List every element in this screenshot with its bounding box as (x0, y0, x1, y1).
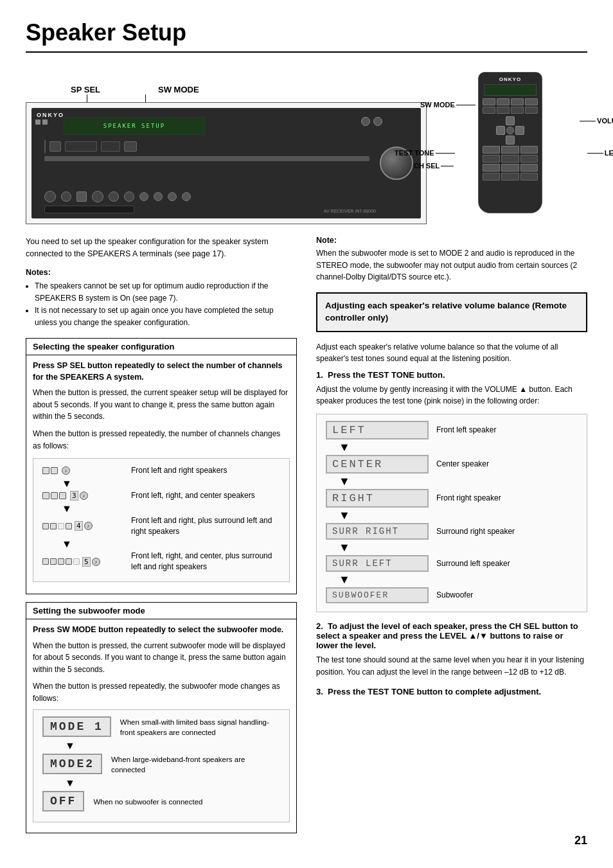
subwoofer-diagram: MODE 1 When small-with limited bass sign… (33, 709, 290, 822)
mode-row-2: MODE2 When large-wideband-front speakers… (42, 754, 280, 775)
mode-off-desc: When no subwoofer is connected (93, 797, 280, 807)
right-desc: Front right speaker (436, 493, 501, 502)
subwoofer-desc: Subwoofer (436, 590, 473, 599)
config-row-1: ♪ Front left and right speakers (42, 465, 280, 476)
surr-right-display: SURR RIGHT (326, 523, 429, 540)
speaker-sequence: LEFT Front left speaker ▼ CENTER Center … (316, 414, 587, 612)
mode-row-3: OFF When no subwoofer is connected (42, 791, 280, 813)
left-display: LEFT (326, 421, 429, 439)
note-title: Note: (316, 236, 587, 245)
notes-list: The speakers cannot be set up for optimu… (35, 280, 297, 330)
step-3-header: 3. Press the TEST TONE button to complet… (316, 687, 587, 696)
subwoofer-text2: When the button is pressed repeatedly, t… (33, 680, 290, 704)
surr-right-desc: Surround right speaker (436, 527, 515, 536)
config-diagram: ♪ Front left and right speakers ▼ (33, 458, 290, 582)
step-1: 1. Press the TEST TONE button. Adjust th… (316, 370, 587, 612)
right-display: RIGHT (326, 489, 429, 508)
mode1-display: MODE 1 (42, 716, 111, 737)
test-tone-label: TEST TONE (395, 149, 434, 157)
left-desc: Front left speaker (436, 425, 496, 434)
step-1-body: Adjust the volume by gently increasing i… (316, 384, 587, 407)
config-desc-2: Front left, right, and center speakers (131, 490, 280, 501)
level-label: LEVEL ▲/▼ (605, 149, 613, 157)
diagram-area: SP SEL SW MODE ONKYO (26, 66, 587, 224)
subwoofer-header: Setting the subwoofer mode (26, 603, 296, 619)
config-desc-1: Front left and right speakers (131, 465, 280, 476)
left-column: You need to set up the speaker configura… (26, 236, 297, 841)
seq-subwoofer: SUBWOOFER Subwoofer (326, 587, 578, 603)
note-item-2: It is not necessary to set up again once… (35, 305, 297, 329)
step-2-number: 2. (316, 621, 323, 631)
title-divider (26, 51, 587, 53)
step-3-number: 3. (316, 687, 323, 696)
mode2-display: MODE2 (42, 754, 102, 774)
step-1-header: 1. Press the TEST TONE button. (316, 370, 587, 380)
step-2-title: To adjust the level of each speaker, pre… (316, 621, 578, 650)
config-desc-3: Front left and right, plus surround left… (131, 515, 280, 537)
surr-left-display: SURR LEFT (326, 555, 429, 572)
seq-surr-left: SURR LEFT Surround left speaker (326, 555, 578, 572)
mode-off-display: OFF (42, 791, 84, 811)
mode2-desc: When large-wideband-front speakers are c… (111, 754, 280, 775)
selecting-section: Selecting the speaker configuration Pres… (26, 338, 297, 594)
config-row-2: 3 ♪ Front left, right, and center speake… (42, 490, 280, 501)
step-3: 3. Press the TEST TONE button to complet… (316, 687, 587, 696)
subwoofer-text1: When the button is pressed, the current … (33, 640, 290, 676)
sw-mode-label: SW MODE (158, 85, 199, 94)
subwoofer-instruction: Press SW MODE button repeatedly to selec… (33, 624, 290, 636)
step-3-title: Press the TEST TONE button to complete a… (328, 687, 541, 696)
adjusting-title: Adjusting each speaker's relative volume… (325, 300, 578, 324)
config-desc-4: Front left, right, and center, plus surr… (131, 551, 280, 572)
subwoofer-display: SUBWOOFER (326, 587, 429, 603)
mode1-desc: When small-with limited bass signal hand… (120, 717, 280, 738)
ch-sel-label: CH SEL (414, 162, 440, 170)
selecting-text2: When the button is pressed repeatedly, t… (33, 428, 290, 452)
selecting-text1: When the button is pressed, the current … (33, 387, 290, 423)
config-row-4: 5 ♪ Front left, right, and center, plus … (42, 551, 280, 572)
step-2: 2. To adjust the level of each speaker, … (316, 621, 587, 678)
intro-text: You need to set up the speaker configura… (26, 236, 297, 260)
config-row-3: 4 ♪ Front left and right, plus surround … (42, 515, 280, 537)
mode-row-1: MODE 1 When small-with limited bass sign… (42, 716, 280, 738)
seq-surr-right: SURR RIGHT Surround right speaker (326, 523, 578, 540)
seq-right: RIGHT Front right speaker (326, 489, 578, 508)
selecting-header: Selecting the speaker configuration (26, 339, 296, 355)
notes-section: Notes: The speakers cannot be set up for… (26, 268, 297, 330)
step-1-number: 1. (316, 370, 323, 380)
step-1-title: Press the TEST TONE button. (328, 370, 445, 380)
seq-center: CENTER Center speaker (326, 455, 578, 474)
note-box: Note: When the subwoofer mode is set to … (316, 236, 587, 283)
receiver-diagram: SP SEL SW MODE ONKYO (26, 66, 427, 224)
seq-left: LEFT Front left speaker (326, 421, 578, 439)
step-2-header: 2. To adjust the level of each speaker, … (316, 621, 587, 650)
center-display: CENTER (326, 455, 429, 474)
page-number: 21 (574, 834, 587, 847)
right-column: Note: When the subwoofer mode is set to … (316, 236, 587, 841)
notes-title: Notes: (26, 268, 297, 277)
page-title: Speaker Setup (26, 19, 587, 46)
sw-mode-remote-label: SW MODE (420, 101, 455, 109)
note-item-1: The speakers cannot be set up for optimu… (35, 280, 297, 305)
note-body: When the subwoofer mode is set to MODE 2… (316, 247, 587, 283)
remote-diagram: SW MODE VOLUME ▲/▼ TEST TONE CH SEL (440, 66, 587, 213)
adjusting-intro: Adjust each speaker's relative volume ba… (316, 341, 587, 365)
adjusting-section-header: Adjusting each speaker's relative volume… (316, 292, 587, 332)
main-content: You need to set up the speaker configura… (26, 236, 587, 841)
volume-label: VOLUME ▲/▼ (597, 117, 613, 125)
subwoofer-section: Setting the subwoofer mode Press SW MODE… (26, 602, 297, 833)
surr-left-desc: Surround left speaker (436, 559, 510, 568)
sp-sel-label: SP SEL (71, 85, 100, 94)
receiver-box: ONKYO SPEAKER SETUP (26, 102, 427, 224)
selecting-instruction: Press SP SEL button repeatedly to select… (33, 360, 290, 383)
center-desc: Center speaker (436, 459, 489, 468)
step-2-body: The test tone should sound at the same l… (316, 654, 587, 678)
